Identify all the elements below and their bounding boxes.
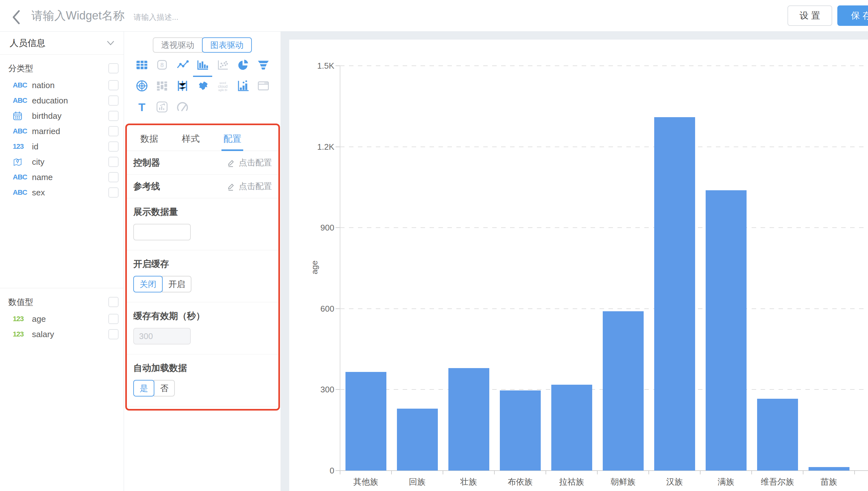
field-age[interactable]: 123age xyxy=(0,311,124,326)
option-关闭[interactable]: 关闭 xyxy=(133,276,163,292)
field-section-label: 分类型 xyxy=(8,63,108,74)
gauge-chart-type-icon[interactable] xyxy=(175,100,190,115)
x-axis-label: 苗族 xyxy=(803,476,855,488)
dataset-name: 人员信息 xyxy=(9,37,106,49)
funnel-chart-type-icon[interactable] xyxy=(256,58,270,73)
x-axis-label: 汉族 xyxy=(649,476,700,488)
chart-bar-苗族 xyxy=(809,467,849,470)
field-education[interactable]: ABCeducation xyxy=(0,93,124,108)
mode-toggle: 透视驱动图表驱动 xyxy=(124,37,280,53)
field-birthday[interactable]: birthday xyxy=(0,108,124,123)
display-count-input[interactable] xyxy=(133,224,191,240)
chart-bar-拉祜族 xyxy=(551,385,592,470)
controller-configure-link[interactable]: 点击配置 xyxy=(227,157,272,168)
settings-button[interactable]: 设 置 xyxy=(787,5,832,26)
number-card-chart-type-icon[interactable]: 8 xyxy=(155,58,169,73)
tab-数据[interactable]: 数据 xyxy=(138,130,160,151)
chevron-down-icon xyxy=(106,40,115,46)
field-nation[interactable]: ABCnation xyxy=(0,78,124,93)
field-name: married xyxy=(32,126,108,136)
china-map-chart-type-icon[interactable] xyxy=(196,80,210,93)
gridline xyxy=(340,65,868,66)
field-checkbox[interactable] xyxy=(108,187,118,198)
section-checkbox[interactable] xyxy=(108,63,118,74)
cache-toggle: 关闭开启 xyxy=(133,276,191,292)
option-否[interactable]: 否 xyxy=(154,380,175,397)
abc-field-icon: ABC xyxy=(13,81,32,89)
field-checkbox[interactable] xyxy=(108,95,118,106)
field-checkbox[interactable] xyxy=(108,157,118,167)
field-section: 分类型ABCnationABCeducationbirthdayABCmarri… xyxy=(0,59,124,200)
field-salary[interactable]: 123salary xyxy=(0,326,124,342)
field-section-header: 分类型 xyxy=(0,59,124,78)
dataset-selector[interactable]: 人员信息 xyxy=(0,32,124,55)
table-chart-type-icon[interactable] xyxy=(135,58,149,73)
parallel-chart-type-icon[interactable] xyxy=(175,80,190,93)
field-checkbox[interactable] xyxy=(108,172,118,182)
field-name: name xyxy=(32,172,108,182)
line-chart-chart-type-icon[interactable] xyxy=(175,58,190,73)
field-sex[interactable]: ABCsex xyxy=(0,185,124,200)
y-axis-title: age xyxy=(310,255,320,280)
field-checkbox[interactable] xyxy=(108,314,118,324)
field-name: id xyxy=(32,142,108,152)
radar-chart-type-icon[interactable] xyxy=(135,80,149,93)
field-name: sex xyxy=(32,188,108,198)
field-checkbox[interactable] xyxy=(108,329,118,339)
123-field-icon: 123 xyxy=(13,142,32,151)
x-axis-label: 维吾尔族 xyxy=(752,476,803,488)
tab-样式[interactable]: 样式 xyxy=(180,130,202,151)
field-city[interactable]: city xyxy=(0,154,124,170)
y-axis-tick xyxy=(335,147,340,147)
cache-ttl-input[interactable] xyxy=(133,328,191,344)
display-count-group: 展示数据量 xyxy=(127,198,278,250)
x-axis-tick xyxy=(340,470,341,474)
section-checkbox[interactable] xyxy=(108,297,118,307)
field-name[interactable]: ABCname xyxy=(0,170,124,185)
option-图表驱动[interactable]: 图表驱动 xyxy=(202,37,252,53)
option-是[interactable]: 是 xyxy=(133,380,154,397)
y-axis-tick-label: 0 xyxy=(286,464,334,477)
x-axis-tick xyxy=(391,470,392,474)
rich-text-chart-type-icon[interactable] xyxy=(155,100,169,115)
field-sidebar: 人员信息 分类型ABCnationABCeducationbirthdayABC… xyxy=(0,32,124,491)
pie-chart-type-icon[interactable] xyxy=(236,58,250,73)
chart-type-grid: 8wordcloudagile BIT xyxy=(124,53,280,115)
field-checkbox[interactable] xyxy=(108,126,118,136)
chart-bar-壮族 xyxy=(449,368,489,470)
svg-text:word: word xyxy=(219,81,226,85)
auto-load-group: 自动加载数据 是否 xyxy=(127,354,278,406)
field-checkbox[interactable] xyxy=(108,80,118,90)
y-axis-tick-label: 1.5K xyxy=(286,59,334,72)
dual-axis-chart-type-icon[interactable] xyxy=(236,80,250,93)
y-axis-tick-label: 600 xyxy=(286,302,334,315)
field-id[interactable]: 123id xyxy=(0,139,124,154)
word-cloud-chart-type-icon[interactable]: wordcloudagile BI xyxy=(216,80,230,93)
iframe-chart-type-icon[interactable] xyxy=(256,80,270,93)
chart-bar-满族 xyxy=(706,190,747,470)
text-chart-type-icon[interactable]: T xyxy=(135,100,149,115)
x-axis-label: 布依族 xyxy=(494,476,546,488)
bar-chart-chart-type-icon[interactable] xyxy=(196,58,210,73)
x-axis-label: 拉祜族 xyxy=(546,476,597,488)
back-icon[interactable] xyxy=(9,9,24,23)
cache-ttl-group: 缓存有效期（秒） xyxy=(127,302,278,354)
reference-line-configure-link[interactable]: 点击配置 xyxy=(227,181,272,192)
y-axis-tick xyxy=(335,470,340,471)
field-sections: 分类型ABCnationABCeducationbirthdayABCmarri… xyxy=(0,59,124,342)
x-axis-tick xyxy=(700,470,701,474)
field-checkbox[interactable] xyxy=(108,141,118,152)
save-button[interactable]: 保 存 xyxy=(837,5,868,26)
abc-field-icon: ABC xyxy=(13,173,32,181)
widget-description-input[interactable] xyxy=(134,13,217,22)
option-透视驱动[interactable]: 透视驱动 xyxy=(153,37,202,53)
y-axis-tick-label: 900 xyxy=(286,221,334,234)
field-checkbox[interactable] xyxy=(108,111,118,121)
scatter-chart-type-icon[interactable] xyxy=(216,58,230,73)
widget-title-field[interactable]: 请输入Widget名称 xyxy=(31,8,125,24)
field-married[interactable]: ABCmarried xyxy=(0,123,124,139)
config-highlight-outline: 数据样式配置 控制器 点击配置 参考线 点击配置 展示数据量 xyxy=(125,123,280,410)
tab-配置[interactable]: 配置 xyxy=(221,130,243,151)
sankey-chart-type-icon[interactable] xyxy=(155,80,169,93)
option-开启[interactable]: 开启 xyxy=(162,276,191,292)
